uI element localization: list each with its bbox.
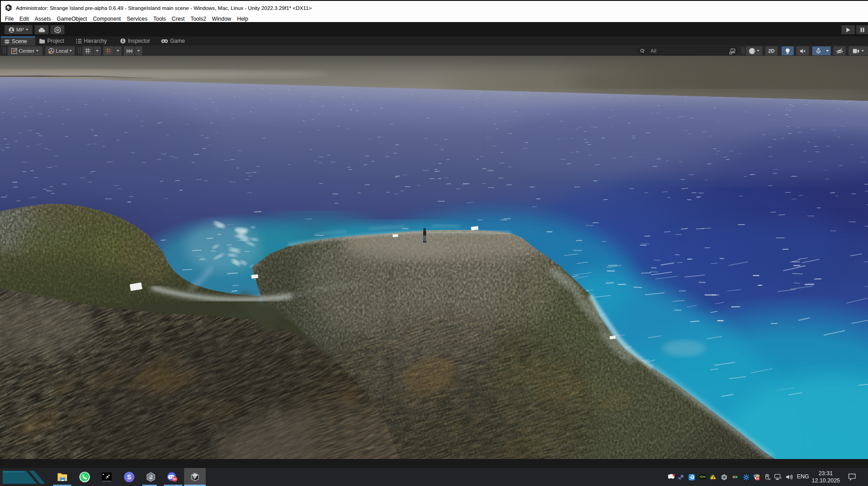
svg-text:9+: 9+ [173, 477, 176, 481]
svg-text:S: S [127, 473, 131, 481]
